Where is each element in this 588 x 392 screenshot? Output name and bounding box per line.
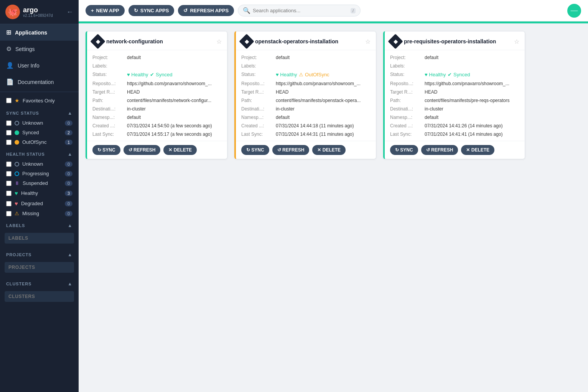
health-filter-degraded[interactable]: ♥ Degraded 0 <box>0 198 79 209</box>
app-card-title-1: ◆ openstack-operators-installation <box>241 36 338 47</box>
clusters-header: CLUSTERS ▲ <box>0 278 79 289</box>
app-sync-button-2[interactable]: ↻ SYNC <box>390 145 418 155</box>
health-missing-label: Missing <box>22 211 39 216</box>
app-repo-label-0: Reposito...: <box>92 80 127 87</box>
sync-synced-count: 2 <box>65 130 72 135</box>
app-card-actions-2: ↻ SYNC ↺ REFRESH ✕ DELETE <box>385 141 525 159</box>
user-avatar-button[interactable]: ── <box>567 4 581 18</box>
app-card-actions-0: ↻ SYNC ↺ REFRESH ✕ DELETE <box>87 141 227 159</box>
sidebar-item-documentation[interactable]: 📄 Documentation <box>0 74 79 90</box>
app-targetrev-label-2: Target R...: <box>390 89 425 96</box>
app-lastsync-value-1: 07/31/2024 14:44:31 (11 minutes ago) <box>276 131 354 138</box>
projects-input[interactable] <box>5 262 74 273</box>
app-refresh-button-2[interactable]: ↺ REFRESH <box>421 145 458 155</box>
sidebar-item-user-info[interactable]: 👤 User Info <box>0 57 79 74</box>
sync-filter-synced[interactable]: Synced 2 <box>0 128 79 137</box>
health-filter-progressing[interactable]: Progressing 0 <box>0 169 79 178</box>
health-unknown-checkbox[interactable] <box>6 161 12 167</box>
sidebar-item-applications[interactable]: ⊞ Applications <box>0 24 79 41</box>
app-sync-button-0[interactable]: ↻ SYNC <box>92 145 120 155</box>
sync-apps-button[interactable]: ↻ SYNC APPS <box>128 5 175 16</box>
sidebar-item-settings-label: Settings <box>15 46 35 52</box>
new-app-button[interactable]: + NEW APP <box>86 5 125 16</box>
sync-outofsync-checkbox[interactable] <box>6 140 12 145</box>
labels-collapse-icon[interactable]: ▲ <box>68 223 72 228</box>
favorite-star-1[interactable]: ☆ <box>365 38 371 45</box>
sync-unknown-checkbox[interactable] <box>6 120 12 126</box>
health-healthy-checkbox[interactable] <box>6 191 12 196</box>
health-degraded-count: 0 <box>65 201 72 206</box>
app-status-row-2: Status: ♥ Healthy ✔ Synced <box>390 70 519 79</box>
app-lastsync-value-2: 07/31/2024 14:41:41 (14 minutes ago) <box>425 131 502 138</box>
app-card-title-2: ◆ pre-requisites-operators-installation <box>390 36 496 47</box>
app-lastsync-row-0: Last Sync: 07/31/2024 14:55:17 (a few se… <box>92 130 222 138</box>
refresh-apps-button[interactable]: ↺ REFRESH APPS <box>178 5 234 16</box>
projects-section: PROJECTS ▲ <box>0 249 79 278</box>
projects-collapse-icon[interactable]: ▲ <box>68 252 72 257</box>
app-path-row-2: Path: content/files/manifests/pre-reqs-o… <box>390 96 519 105</box>
app-project-value-1: default <box>276 54 290 61</box>
favorites-checkbox[interactable] <box>6 98 12 103</box>
favorite-star-0[interactable]: ☆ <box>216 38 222 45</box>
app-card-0: ◆ network-configuration ☆ Project: defau… <box>86 31 227 159</box>
app-created-value-0: 07/31/2024 14:54:50 (a few seconds ago) <box>127 122 212 129</box>
app-sync-button-1[interactable]: ↻ SYNC <box>241 145 269 155</box>
clusters-collapse-icon[interactable]: ▲ <box>68 281 72 287</box>
app-name: argo <box>23 7 53 13</box>
app-name-0[interactable]: network-configuration <box>106 38 163 44</box>
projects-header: PROJECTS ▲ <box>0 249 79 260</box>
health-degraded-dot: ♥ <box>15 200 18 207</box>
back-arrow-icon[interactable]: ← <box>66 8 73 16</box>
sync-unknown-count: 0 <box>65 120 72 126</box>
app-project-row-2: Project: default <box>390 53 519 62</box>
sync-synced-checkbox[interactable] <box>6 130 12 135</box>
app-name-2[interactable]: pre-requisites-operators-installation <box>404 38 496 44</box>
labels-title: LABELS <box>6 223 25 228</box>
health-suspended-checkbox[interactable] <box>6 181 12 186</box>
app-card-body-0: Project: default Labels: Status: ♥ Healt… <box>87 50 227 141</box>
search-input[interactable] <box>253 8 348 13</box>
app-delete-button-0[interactable]: ✕ DELETE <box>163 145 197 155</box>
sync-filter-outofsync[interactable]: OutOfSync 1 <box>0 137 79 147</box>
health-filter-unknown[interactable]: Unknown 0 <box>0 159 79 169</box>
app-created-label-0: Created ...: <box>92 122 127 129</box>
sidebar-item-settings[interactable]: ⚙ Settings <box>0 41 79 57</box>
sync-unknown-dot <box>15 121 19 125</box>
sync-badge-0: ✔ Synced <box>150 71 172 79</box>
app-path-value-1: content/files/manifests/openstack-opera.… <box>276 97 361 104</box>
health-filter-missing[interactable]: ⚠ Missing 0 <box>0 209 79 218</box>
app-project-label-1: Project: <box>241 54 276 61</box>
favorite-star-2[interactable]: ☆ <box>514 38 519 45</box>
app-status-label-2: Status: <box>390 71 425 79</box>
health-degraded-checkbox[interactable] <box>6 201 12 206</box>
sync-status-collapse-icon[interactable]: ▲ <box>68 110 72 116</box>
health-progressing-label: Progressing <box>22 171 49 176</box>
app-status-row-1: Status: ♥ Healthy ⚠ OutOfSync <box>241 70 371 79</box>
app-refresh-button-0[interactable]: ↺ REFRESH <box>124 145 161 155</box>
app-targetrev-value-2: HEAD <box>425 89 437 96</box>
health-filter-suspended[interactable]: ⏸ Suspended 0 <box>0 178 79 188</box>
app-repo-row-0: Reposito...: https://github.com/pnavarro… <box>92 79 222 88</box>
search-bar: 🔍 / <box>238 5 361 16</box>
refresh-apps-label: REFRESH APPS <box>190 8 229 13</box>
health-status-collapse-icon[interactable]: ▲ <box>68 152 72 157</box>
app-delete-button-1[interactable]: ✕ DELETE <box>312 145 346 155</box>
favorites-filter-row[interactable]: ★ Favorites Only <box>0 94 79 107</box>
app-created-row-2: Created ...: 07/31/2024 14:41:26 (14 min… <box>390 122 519 130</box>
health-filter-healthy[interactable]: ♥ Healthy 3 <box>0 188 79 198</box>
health-healthy-count: 3 <box>65 191 72 196</box>
health-suspended-dot: ⏸ <box>15 180 20 186</box>
app-dest-row-1: Destinati...: in-cluster <box>241 105 371 113</box>
app-delete-button-2[interactable]: ✕ DELETE <box>461 145 494 155</box>
new-app-label: NEW APP <box>96 8 119 13</box>
app-status-badges-2: ♥ Healthy ✔ Synced <box>425 71 470 79</box>
health-missing-checkbox[interactable] <box>6 211 12 216</box>
app-dest-value-1: in-cluster <box>276 105 295 112</box>
app-name-1[interactable]: openstack-operators-installation <box>255 38 338 44</box>
clusters-input[interactable] <box>5 291 74 302</box>
sync-filter-unknown[interactable]: Unknown 0 <box>0 118 79 128</box>
labels-input[interactable] <box>5 233 74 244</box>
applications-grid: ◆ network-configuration ☆ Project: defau… <box>79 23 588 167</box>
app-refresh-button-1[interactable]: ↺ REFRESH <box>272 145 310 155</box>
health-progressing-checkbox[interactable] <box>6 171 12 176</box>
